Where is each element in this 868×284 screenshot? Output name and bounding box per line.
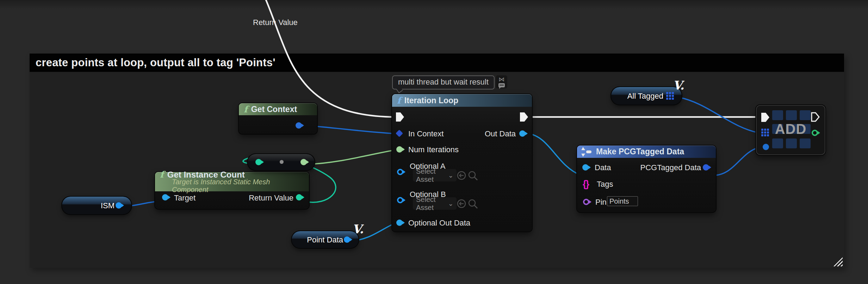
node-variable-point-data[interactable]: Point Data <box>292 231 359 248</box>
bubble-icon-strip: ⋈ <box>496 75 507 88</box>
pin-label-optional-out-data: Optional Out Data <box>408 218 470 228</box>
pin-label-tags: Tags <box>597 180 613 189</box>
convert-dot-icon <box>280 160 284 164</box>
pin-return-value[interactable] <box>296 122 302 129</box>
pin-name-input[interactable] <box>607 196 638 206</box>
select-asset-label: Select Asset <box>416 167 448 184</box>
wire-alltagged-to-add <box>678 97 759 133</box>
pin-pcgtagged-data-out[interactable] <box>703 164 709 171</box>
variable-label: Point Data <box>307 235 343 245</box>
pin-label-data: Data <box>595 163 611 172</box>
pin-label-num-iterations: Num Iterations <box>408 145 459 154</box>
node-variable-ism[interactable]: ISM <box>62 197 131 214</box>
node-make-pcgtagged-data[interactable]: Make PCGTagged Data Data PCGTagged Data … <box>577 146 716 212</box>
node-convert-int-to-int64[interactable] <box>248 154 315 170</box>
wire-context-to-in-context <box>305 125 395 134</box>
node-title: Iteration Loop <box>404 96 458 105</box>
variable-label: ISM <box>101 201 114 210</box>
tags-set-pin-icon[interactable]: {} <box>583 179 589 190</box>
comment-bubble-icon[interactable] <box>498 83 505 87</box>
node-get-context-header[interactable]: f Get Context <box>239 103 317 115</box>
select-asset-label: Select Asset <box>416 196 448 212</box>
make-struct-icon <box>582 147 593 156</box>
chevron-down-icon: ⌄ <box>448 200 453 208</box>
select-asset-dropdown-b[interactable]: Select Asset ⌄ <box>413 197 457 210</box>
node-make-pcgtagged-header[interactable]: Make PCGTagged Data <box>577 146 716 158</box>
array-pin-icon[interactable] <box>666 92 674 100</box>
pin-data[interactable] <box>582 164 589 171</box>
blueprint-graph-canvas[interactable]: create points at loop, output all to tag… <box>0 0 868 284</box>
exec-in-pin[interactable] <box>761 113 769 122</box>
chevron-down-icon: ⌄ <box>448 172 453 179</box>
node-add-array[interactable]: ADD <box>756 105 825 155</box>
bubble-text: multi thread but wait result <box>392 75 495 89</box>
node-get-context[interactable]: f Get Context Return Value <box>239 103 317 134</box>
pin-label-return-value: Return Value <box>249 193 293 203</box>
pin-label-out-data: Out Data <box>485 129 516 138</box>
pin-name-pin[interactable] <box>583 199 589 205</box>
pin-optional-b[interactable] <box>397 197 403 203</box>
wire-pcgtagged-to-add <box>712 147 760 175</box>
select-asset-dropdown-a[interactable]: Select Asset ⌄ <box>413 169 457 181</box>
node-title: Get Context <box>251 105 297 114</box>
node-title: Make PCGTagged Data <box>596 147 684 156</box>
use-selected-asset-icon[interactable] <box>456 198 467 209</box>
pin-convert-input[interactable] <box>255 159 262 165</box>
pin-num-iterations[interactable] <box>396 146 403 153</box>
node-get-instance-count-header[interactable]: f Get Instance Count Target is Instanced… <box>155 172 309 191</box>
variable-label: All Tagged <box>627 92 663 101</box>
pin-label-target: Target <box>174 193 196 203</box>
node-get-instance-count[interactable]: f Get Instance Count Target is Instanced… <box>155 172 309 209</box>
pin-out-data[interactable] <box>519 130 526 137</box>
exec-out-pin[interactable] <box>811 112 820 122</box>
browse-asset-icon[interactable] <box>467 198 479 210</box>
node-subtitle: Target is Instanced Static Mesh Componen… <box>172 178 304 193</box>
pin-label-pin: Pin <box>595 198 607 207</box>
pin-label-return-value: Return Value <box>253 18 295 27</box>
function-icon: f <box>160 170 164 179</box>
node-iteration-loop[interactable]: f Iteration Loop In Context Num Iteratio… <box>392 94 532 231</box>
pin-in-context[interactable] <box>396 130 403 137</box>
array-target-pin[interactable] <box>761 129 769 136</box>
pin-label-in-context: In Context <box>408 129 444 138</box>
pin-convert-output[interactable] <box>300 159 307 165</box>
node-variable-all-tagged[interactable]: All Tagged <box>611 87 682 105</box>
use-selected-asset-icon[interactable] <box>456 170 467 181</box>
wire-convert-to-num-iterations <box>309 150 396 164</box>
pin-target[interactable] <box>162 194 168 200</box>
exec-out-pin[interactable] <box>520 112 528 122</box>
node-iteration-loop-header[interactable]: f Iteration Loop <box>392 94 532 107</box>
return-index-pin[interactable] <box>812 130 818 136</box>
pin-label-pcgtagged-data: PCGTagged Data <box>640 163 701 172</box>
new-item-pin[interactable] <box>763 144 769 150</box>
function-icon: f <box>244 105 248 114</box>
pin-point-data-output[interactable] <box>344 236 350 243</box>
watch-marker-point-data: V. <box>352 222 364 236</box>
pin-ism-output[interactable] <box>116 202 122 209</box>
pin-optional-a[interactable] <box>397 169 403 175</box>
node-comment-bubble[interactable]: multi thread but wait result ⋈ <box>392 75 507 89</box>
pushpin-icon[interactable]: ⋈ <box>498 76 504 82</box>
browse-asset-icon[interactable] <box>467 170 479 181</box>
wire-outdata-to-data <box>528 134 581 175</box>
pin-return-value[interactable] <box>296 194 302 200</box>
pin-optional-out-data[interactable] <box>396 220 403 226</box>
exec-in-pin[interactable] <box>396 112 404 122</box>
watch-marker-all-tagged: V. <box>673 78 684 92</box>
wire-exec-in <box>264 0 396 117</box>
function-icon: f <box>397 96 401 105</box>
